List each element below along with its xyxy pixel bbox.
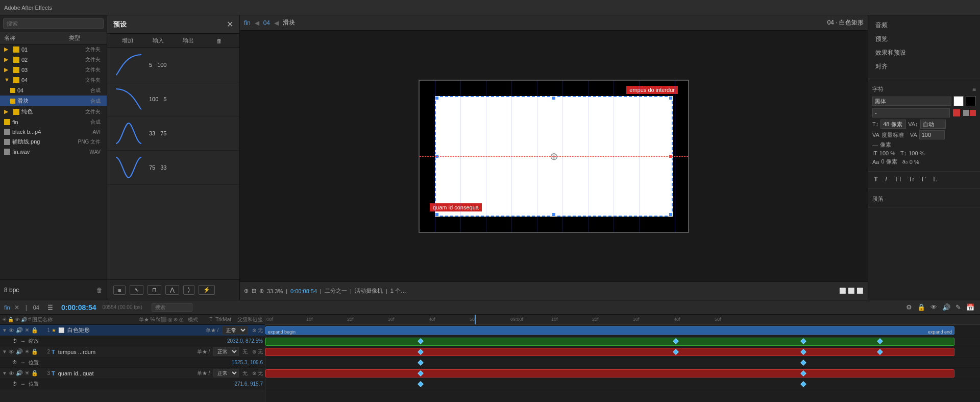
- project-item-chuncol[interactable]: ▶ 纯色 文件夹: [0, 106, 107, 117]
- fmt-allcaps[interactable]: TT: [893, 175, 904, 183]
- tl-tool-3[interactable]: 👁: [929, 303, 939, 311]
- track-bar-1-main[interactable]: expand begin expand end: [265, 326, 954, 335]
- tl-tool-1[interactable]: ⚙: [904, 303, 914, 311]
- preset-square-btn[interactable]: ⊓: [148, 285, 161, 295]
- layer-1-expand[interactable]: ▼: [2, 327, 7, 333]
- font-scale-input[interactable]: [920, 120, 946, 129]
- project-item-slider[interactable]: 滑块 合成: [0, 96, 107, 106]
- layer-row-3[interactable]: ▼ 👁 🔊 ☀ 🔒 3 T quam id...quat 单★ / 正常 无 ⊗…: [0, 368, 265, 379]
- preview-ctrl-magnify[interactable]: ⊕: [244, 288, 249, 294]
- track-bar-2-main[interactable]: [265, 348, 954, 356]
- tl-tool-4[interactable]: 🔊: [941, 303, 952, 311]
- swatch-1[interactable]: [963, 110, 969, 116]
- handle-bot-right[interactable]: [669, 212, 673, 217]
- preview-ctrl-3d[interactable]: ⊕: [259, 288, 264, 294]
- layer-1-audio[interactable]: 🔊: [16, 327, 23, 334]
- tab-preview[interactable]: 预览: [872, 33, 976, 45]
- timeline-comp-04[interactable]: 04: [33, 304, 39, 311]
- project-item-fudao[interactable]: 辅助线.png PNG 文件: [0, 136, 107, 147]
- timeline-comp-fin[interactable]: fin: [4, 304, 10, 311]
- layer-3-expand[interactable]: ▼: [2, 370, 7, 376]
- project-item-black[interactable]: black b...p4 AVI: [0, 127, 107, 136]
- handle-bot-mid[interactable]: [552, 212, 556, 217]
- timeline-search-input[interactable]: [152, 303, 192, 312]
- fmt-smallcaps[interactable]: Tr: [907, 175, 916, 183]
- color-swatch-bg[interactable]: [966, 96, 976, 106]
- breadcrumb-fin[interactable]: fin: [244, 19, 251, 27]
- layer-3-mode-select[interactable]: 正常: [213, 369, 239, 377]
- tab-align[interactable]: 对齐: [872, 61, 976, 73]
- project-item-01[interactable]: ▶ 01 文件夹: [0, 44, 107, 55]
- tl-tool-6[interactable]: 📅: [965, 303, 976, 311]
- preset-item-3[interactable]: 33 75: [107, 116, 239, 151]
- preset-sawtooth-btn[interactable]: ⋀: [165, 285, 179, 295]
- preset-close-button[interactable]: ✕: [227, 19, 233, 29]
- fmt-super[interactable]: T': [919, 175, 927, 183]
- layer-1-mode-select[interactable]: 正常: [222, 326, 248, 335]
- swatch-2[interactable]: [970, 110, 976, 116]
- color-indicator-red[interactable]: [953, 109, 960, 116]
- layer-3-eye[interactable]: 👁: [9, 370, 14, 376]
- project-item-04-comp[interactable]: 04 合成: [0, 85, 107, 96]
- handle-top-left[interactable]: [435, 96, 439, 100]
- font-style-input[interactable]: [872, 108, 950, 117]
- handle-top-right[interactable]: [669, 96, 673, 100]
- track-bar-3-main[interactable]: [265, 369, 954, 377]
- handle-bot-left[interactable]: [435, 212, 439, 217]
- fmt-italic[interactable]: T: [883, 175, 890, 183]
- layer-row-2[interactable]: ▼ 👁 🔊 ☀ 🔒 2 T tempus ...rdum 单★ / 正常 无 ⊗…: [0, 346, 265, 358]
- handle-top-mid[interactable]: [552, 96, 556, 100]
- keyframe-2-pos-2[interactable]: [800, 360, 806, 365]
- preview-quality[interactable]: 二分之一: [325, 287, 347, 295]
- tracking-input[interactable]: [919, 130, 945, 139]
- layer-1-lock[interactable]: 🔒: [31, 327, 38, 334]
- tl-tool-5[interactable]: ✎: [954, 303, 963, 311]
- preset-bounce-btn[interactable]: ⚡: [199, 285, 215, 295]
- project-item-02[interactable]: ▶ 02 文件夹: [0, 55, 107, 65]
- char-menu-icon[interactable]: ≡: [972, 86, 976, 93]
- tl-tool-2[interactable]: 🔒: [916, 303, 927, 311]
- delete-icon[interactable]: 🗑: [96, 287, 103, 294]
- preset-item-2[interactable]: 100 5: [107, 82, 239, 116]
- preview-camera[interactable]: 活动摄像机: [355, 287, 383, 295]
- preview-timecode[interactable]: 0:00:08:54: [290, 288, 317, 294]
- preset-trash-icon[interactable]: 🗑: [205, 38, 233, 44]
- timeline-menu-icon[interactable]: ☰: [47, 304, 53, 311]
- preset-wave-btn[interactable]: ∿: [130, 285, 143, 295]
- project-item-04-folder[interactable]: ▼ 04 文件夹: [0, 75, 107, 85]
- tab-effects[interactable]: 效果和预设: [872, 47, 976, 59]
- keyframe-3-pos-1[interactable]: [418, 381, 423, 387]
- preview-zoom-value[interactable]: 33.3%: [267, 288, 283, 294]
- tab-audio[interactable]: 音频: [872, 19, 976, 31]
- keyframe-3-pos-2[interactable]: [800, 381, 806, 387]
- project-item-fin[interactable]: fin 合成: [0, 117, 107, 127]
- layer-2-eye[interactable]: 👁: [9, 349, 14, 355]
- font-size-input[interactable]: [880, 120, 906, 129]
- layer-2-lock[interactable]: 🔒: [31, 348, 38, 355]
- layer-2-expand[interactable]: ▼: [2, 349, 7, 354]
- layer-2-mode-select[interactable]: 正常: [213, 347, 239, 356]
- preset-linear-btn[interactable]: ≡: [113, 286, 126, 295]
- layer-3-solo[interactable]: ☀: [24, 370, 30, 376]
- color-swatch-fg[interactable]: [953, 96, 964, 106]
- preview-ctrl-grid[interactable]: ⊞: [252, 288, 256, 294]
- timeline-playhead[interactable]: [475, 315, 476, 324]
- keyframe-2-pos-1[interactable]: [418, 360, 423, 365]
- fmt-sub[interactable]: T.: [930, 175, 939, 183]
- timeline-timecode[interactable]: 0:00:08:54: [61, 303, 96, 312]
- layer-1-solo[interactable]: ☀: [24, 327, 30, 334]
- project-item-03[interactable]: ▶ 03 文件夹: [0, 65, 107, 75]
- fmt-bold[interactable]: T: [872, 175, 879, 183]
- layer-1-star[interactable]: ★: [52, 327, 57, 333]
- layer-row-1[interactable]: ▼ 👁 🔊 ☀ 🔒 1 ★ ⬜ 白色矩形 单★ / 正常 ⊗ 无: [0, 325, 265, 336]
- sub-bar-1-scale[interactable]: [265, 338, 954, 346]
- project-search-input[interactable]: [3, 18, 104, 29]
- layer-3-lock[interactable]: 🔒: [31, 370, 38, 376]
- preview-view-count[interactable]: 1 个…: [390, 287, 406, 295]
- layer-1-eye[interactable]: 👁: [9, 327, 14, 334]
- layer-2-audio[interactable]: 🔊: [16, 348, 23, 355]
- timeline-close-x[interactable]: ✕: [14, 304, 19, 311]
- preset-zigzag-btn[interactable]: ⟩: [183, 285, 194, 295]
- breadcrumb-slider[interactable]: 滑块: [283, 18, 295, 27]
- layer-2-solo[interactable]: ☀: [24, 348, 30, 355]
